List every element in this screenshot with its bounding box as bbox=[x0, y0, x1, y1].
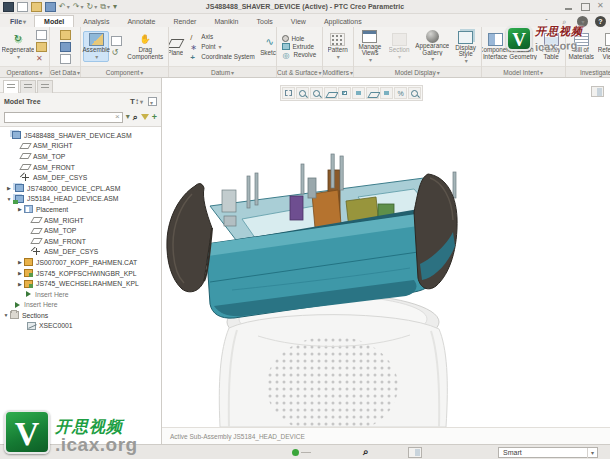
tree-item-sections[interactable]: ▼Sections bbox=[0, 310, 161, 321]
tab-model-tree[interactable] bbox=[3, 80, 19, 93]
app-icon bbox=[3, 2, 14, 12]
point-button[interactable]: Point bbox=[190, 43, 221, 51]
data-sharing-icon[interactable] bbox=[60, 54, 71, 64]
tree-item-insert-here[interactable]: Insert Here bbox=[0, 289, 161, 300]
tab-view[interactable]: View bbox=[282, 16, 315, 27]
find-icon[interactable]: ⌕ bbox=[363, 446, 369, 458]
toggle-panel-icon[interactable] bbox=[408, 447, 422, 458]
paste-icon[interactable] bbox=[36, 42, 47, 52]
group-label-getdata[interactable]: Get Data bbox=[50, 66, 80, 77]
plane-icon bbox=[30, 228, 42, 234]
reference-viewer-button[interactable]: Reference Viewer bbox=[597, 32, 610, 61]
tree-item[interactable]: ▶JS745_KOPFSCHWINGBR_KPL bbox=[0, 268, 161, 279]
appearance-gallery-button[interactable]: Appearance Gallery bbox=[414, 29, 451, 64]
group-label-modeldisplay[interactable]: Model Display bbox=[354, 66, 481, 77]
expander-icon[interactable]: ▶ bbox=[16, 259, 24, 265]
help-icon[interactable]: ? bbox=[595, 16, 606, 27]
drag-components-button[interactable]: ✋ Drag Components bbox=[124, 32, 166, 61]
tab-analysis[interactable]: Analysis bbox=[74, 16, 118, 27]
tab-render[interactable]: Render bbox=[164, 16, 205, 27]
group-label-investigate[interactable]: Investigate bbox=[566, 66, 610, 77]
repeat-icon[interactable]: ↺ bbox=[111, 48, 122, 58]
watermark-top: V 开思视频 icax.org bbox=[506, 26, 583, 53]
tree-item[interactable]: ▶JS748000_DEVICE_CPL.ASM bbox=[0, 183, 161, 194]
3d-model-shaver[interactable] bbox=[162, 78, 610, 427]
regenerate-quick-icon[interactable]: ↻ bbox=[86, 2, 97, 12]
tree-item[interactable]: XSEC0001 bbox=[0, 321, 161, 332]
minimize-icon[interactable] bbox=[564, 2, 574, 11]
search-options-icon[interactable]: ▾ bbox=[126, 112, 130, 122]
tree-item[interactable]: JS488488_SHAVER_DEVICE.ASM bbox=[0, 130, 161, 141]
tree-item[interactable]: ▼JS5184_HEAD_DEVICE.ASM bbox=[0, 194, 161, 205]
group-label-modelintent[interactable]: Model Intent bbox=[482, 66, 565, 77]
selection-filter-dropdown[interactable]: Smart ▾ bbox=[498, 447, 598, 458]
expander-icon[interactable]: ▶ bbox=[16, 270, 24, 276]
expander-icon[interactable]: ▶ bbox=[5, 185, 13, 191]
tree-item[interactable]: ASM_RIGHT bbox=[0, 215, 161, 226]
expander-icon[interactable]: ▶ bbox=[16, 206, 24, 212]
tree-item-insert-here[interactable]: Insert Here bbox=[0, 300, 161, 311]
pattern-button[interactable]: Pattern bbox=[325, 32, 351, 61]
assemble-button[interactable]: Assemble bbox=[83, 31, 109, 62]
axis-button[interactable]: Axis bbox=[190, 33, 213, 41]
extrude-button[interactable]: Extrude bbox=[282, 43, 314, 50]
tab-favorites[interactable] bbox=[37, 80, 53, 93]
expander-icon[interactable]: ▼ bbox=[5, 196, 13, 202]
redo-icon[interactable]: ↷ bbox=[73, 2, 84, 12]
tree-item[interactable]: ASM_FRONT bbox=[0, 236, 161, 247]
tree-item[interactable]: ▶Placement bbox=[0, 204, 161, 215]
window-switch-icon[interactable]: ⧉ bbox=[100, 2, 110, 12]
group-label-cutsurface[interactable]: Cut & Surface bbox=[277, 66, 321, 77]
tab-model[interactable]: Model bbox=[34, 15, 74, 27]
tree-item[interactable]: ASM_DEF_CSYS bbox=[0, 247, 161, 258]
tree-item[interactable]: ASM_RIGHT bbox=[0, 141, 161, 152]
create-component-icon[interactable] bbox=[111, 36, 122, 46]
tree-search-input[interactable] bbox=[4, 112, 123, 123]
plane-button[interactable]: Plane bbox=[169, 36, 188, 58]
tree-item[interactable]: ASM_TOP bbox=[0, 225, 161, 236]
hole-button[interactable]: Hole bbox=[282, 35, 304, 42]
graphics-viewport[interactable]: % bbox=[162, 78, 610, 444]
tab-folder-browser[interactable] bbox=[20, 80, 36, 93]
manage-views-button[interactable]: Manage Views bbox=[356, 29, 384, 65]
tree-settings-icon[interactable] bbox=[148, 97, 157, 106]
delete-icon[interactable]: ✕ bbox=[36, 54, 47, 64]
expander-icon[interactable]: ▶ bbox=[16, 281, 24, 287]
coordinate-system-button[interactable]: Coordinate System bbox=[190, 53, 255, 61]
find-icon[interactable]: ⌕ bbox=[133, 112, 138, 123]
revolve-button[interactable]: Revolve bbox=[282, 51, 316, 59]
section-button[interactable]: Section bbox=[386, 32, 412, 61]
restore-icon[interactable] bbox=[580, 2, 590, 11]
qat-more-icon[interactable]: ▾ bbox=[113, 2, 117, 12]
user-defined-feature-icon[interactable] bbox=[60, 42, 71, 52]
undo-icon[interactable]: ↶ bbox=[59, 2, 70, 12]
component-interface-button[interactable]: Component Interface bbox=[482, 32, 508, 61]
tree-item[interactable]: ▶JS745_WECHSELRAHMEN_KPL bbox=[0, 278, 161, 289]
new-file-icon[interactable] bbox=[17, 2, 28, 12]
copy-icon[interactable] bbox=[36, 30, 47, 40]
import-icon[interactable] bbox=[60, 30, 71, 40]
group-label-datum[interactable]: Datum bbox=[169, 66, 276, 77]
tab-file[interactable]: File bbox=[4, 16, 34, 27]
regenerate-button[interactable]: ↻ Regenerate bbox=[2, 32, 34, 61]
tab-tools[interactable]: Tools bbox=[248, 16, 282, 27]
save-icon[interactable] bbox=[45, 2, 56, 12]
tab-manikin[interactable]: Manikin bbox=[205, 16, 247, 27]
filter-icon[interactable] bbox=[141, 114, 149, 120]
group-label-modifiers[interactable]: Modifiers bbox=[323, 66, 353, 77]
tree-item[interactable]: ▶JS007007_KOPF_RAHMEN.CAT bbox=[0, 257, 161, 268]
tab-annotate[interactable]: Annotate bbox=[118, 16, 164, 27]
tree-item[interactable]: ASM_TOP bbox=[0, 151, 161, 162]
close-icon[interactable] bbox=[596, 2, 606, 11]
display-style-button[interactable]: Display Style bbox=[453, 28, 479, 66]
tree-item[interactable]: ASM_DEF_CSYS bbox=[0, 172, 161, 183]
open-file-icon[interactable] bbox=[31, 2, 42, 12]
group-label-component[interactable]: Component bbox=[81, 66, 168, 77]
add-filter-icon[interactable]: + bbox=[152, 112, 157, 122]
expander-icon[interactable]: ▼ bbox=[2, 312, 10, 318]
tree-item[interactable]: ASM_FRONT bbox=[0, 162, 161, 173]
group-label-operations[interactable]: Operations bbox=[0, 66, 49, 77]
sketch-button[interactable]: ∿ Sketch bbox=[257, 35, 276, 58]
tree-text-options-icon[interactable]: T↕ bbox=[130, 97, 143, 106]
tab-applications[interactable]: Applications bbox=[315, 16, 371, 27]
